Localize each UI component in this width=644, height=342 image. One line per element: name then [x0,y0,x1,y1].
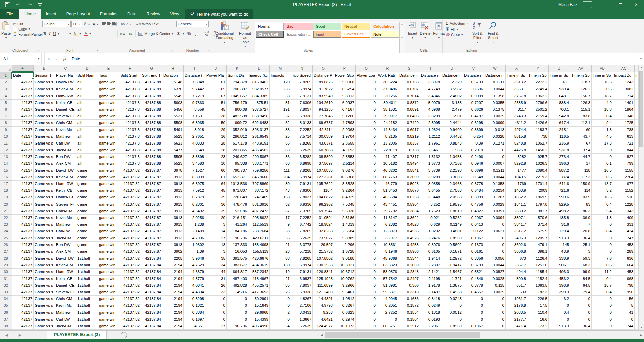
cell-J33[interactable]: 33 [205,289,227,296]
cell-R5[interactable]: 39.4011 [377,100,398,106]
cell-N26[interactable]: 6.3778 [291,242,313,248]
cancel-icon[interactable]: ✕ [45,57,53,61]
cell-sliver-7[interactable] [635,113,638,120]
cell-M8[interactable]: 82 [270,120,291,126]
cell-U30[interactable]: 1.5467 [441,269,463,275]
cell-AB37[interactable]: 0 [592,316,613,323]
cell-W16[interactable]: 0.0044 [484,174,506,181]
cell-G16[interactable]: 42137.87 [141,174,162,181]
cell-V36[interactable]: 0 [463,309,484,316]
cell-M19[interactable]: 158 [270,194,291,201]
cell-S5[interactable]: 0.8372 [398,100,420,106]
cell-X29[interactable]: 367.7 [506,262,527,269]
cell-B35[interactable]: Game vs s [34,302,55,309]
cell-P4[interactable]: 5.8913 [334,93,356,100]
cell-O22[interactable]: 31.0594 [313,215,334,221]
cell-K24[interactable]: 184.186 [227,228,248,235]
font-size-select[interactable]: 11▾ [71,21,82,27]
cell-Y19[interactable]: 1869.5 [527,194,549,201]
cell-F27[interactable]: 42137.82 [119,248,141,255]
cell-U4[interactable]: 2.4802 [441,93,463,100]
cell-B37[interactable]: Game vs s [34,316,55,323]
cell-AC6[interactable]: 1864 [613,106,635,113]
cell-K31[interactable]: 487.403 [227,276,248,282]
cell-G5[interactable]: 42137.88 [141,100,162,106]
cell-C26[interactable]: Ben-RW [55,242,76,248]
cell-R37[interactable]: 0 [377,316,398,323]
cell-V10[interactable]: 0.254 [463,133,484,140]
cell-T36[interactable]: 0.1818 [420,309,441,316]
cell-A8[interactable]: 42137 [12,120,34,126]
cell-AA3[interactable]: 126.2 [570,86,592,93]
cell-Z35[interactable]: 0 [549,302,570,309]
cell-S8[interactable]: 0.7429 [398,120,420,126]
cell-D1[interactable]: Split Nam [76,72,98,79]
cell-L37[interactable]: 15.4399 [248,316,270,323]
cell-J12[interactable]: 28 [205,147,227,154]
cell-H1[interactable]: Duration [162,72,184,79]
redo-icon[interactable] [26,2,32,8]
cell-C16[interactable]: Kevin-CM [55,174,76,181]
cell-R32[interactable]: 51.8981 [377,282,398,289]
cell-Z2[interactable]: 611 [549,79,570,86]
cell-S25[interactable]: 0.4526 [398,235,420,242]
cell-U20[interactable]: 1.9595 [441,201,463,208]
font-name-select[interactable]: Calibri▾ [42,21,71,27]
cell-P21[interactable]: 5.6938 [334,208,356,215]
cell-L12[interactable]: 485.4502 [248,147,270,154]
align-center-icon[interactable] [107,32,111,36]
column-header-F[interactable]: F [119,65,141,72]
row-header-3[interactable]: 3 [0,86,12,93]
cell-AB32[interactable]: 15.7 [592,282,613,289]
vertical-scrollbar[interactable]: ▲ ▼ [638,65,644,330]
cell-S3[interactable]: 0.6707 [398,86,420,93]
cell-Q15[interactable]: 0 [356,167,377,174]
cell-X16[interactable]: 1040.5 [506,174,527,181]
cell-AB30[interactable]: 11.2 [592,269,613,275]
cell-AA30[interactable]: 99.9 [570,269,592,275]
cell-V4[interactable]: 0.9099 [463,93,484,100]
cell-P7[interactable]: 5.1206 [334,113,356,120]
cell-B18[interactable]: Game vs s [34,187,55,194]
cell-G4[interactable]: 42137.88 [141,93,162,100]
cell-AC18[interactable]: 1152 [613,187,635,194]
cell-M18[interactable]: 43 [270,187,291,194]
cell-W26[interactable]: 0 [484,242,506,248]
cell-F20[interactable]: 42137.82 [119,201,141,208]
cell-K17[interactable]: 1013.536 [227,181,248,187]
row-header-10[interactable]: 10 [0,133,12,140]
cell-E19[interactable]: game win [98,194,119,201]
cell-L4[interactable]: 884.3385 [248,93,270,100]
column-header-L[interactable]: L [248,65,270,72]
cell-C29[interactable]: Kevin-CM [55,262,76,269]
cell-N16[interactable]: 6.9974 [291,174,313,181]
cell-E16[interactable]: game win [98,174,119,181]
cell-N3[interactable]: 6.9974 [291,86,313,93]
cell-W2[interactable]: 0.1211 [484,79,506,86]
cell-AB7[interactable]: 0.4 [592,113,613,120]
cell-W8[interactable]: 0.0699 [484,120,506,126]
cell-AC11[interactable]: 721 [613,140,635,147]
cell-O16[interactable]: 127.3281 [313,174,334,181]
cell-C5[interactable]: Keith- CB [55,100,76,106]
cell-A24[interactable]: 42137 [12,228,34,235]
cell-J26[interactable]: 13 [205,242,227,248]
cell-O23[interactable]: 18.9824 [313,221,334,228]
column-header-AC[interactable]: AC [613,65,635,72]
cell-R25[interactable]: 33.917 [377,235,398,242]
cell-J14[interactable]: 10 [205,160,227,167]
cell-C7[interactable]: Steven- FI [55,113,76,120]
cell-AB12[interactable]: 0 [592,147,613,154]
ribbon-display-options-icon[interactable]: ⌃ [583,1,592,8]
cell-J9[interactable]: 29 [205,127,227,133]
cell-A33[interactable]: 42137 [12,289,34,296]
cell-E34[interactable]: game win [98,296,119,302]
cell-K35[interactable]: 0 [227,302,248,309]
cell-N17[interactable]: 7.9131 [291,181,313,187]
cell-U25[interactable]: 1.8969 [441,235,463,242]
cell-B15[interactable]: Game vs s [34,167,55,174]
cell-F24[interactable]: 42137.82 [119,228,141,235]
cell-P13[interactable]: 2.5353 [334,154,356,160]
cell-N14[interactable]: 6.8698 [291,160,313,167]
cell-C37[interactable]: Carl-LW [55,316,76,323]
